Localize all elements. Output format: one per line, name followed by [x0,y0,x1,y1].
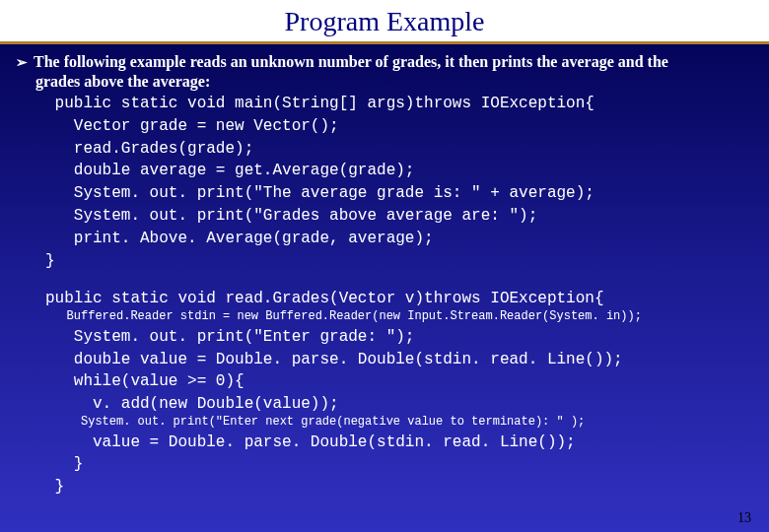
code-line: } [45,251,753,272]
code-line: System. out. print("Grades above average… [45,206,753,227]
slide-content: ➢ The following example reads an unknown… [0,44,769,498]
bullet-text-line1: The following example reads an unknown n… [34,52,668,72]
code-line: Vector grade = new Vector(); [45,116,753,137]
code-line: while(value >= 0){ [45,371,753,392]
code-line: v. add(new Double(value)); [45,394,753,415]
bullet-item: ➢ The following example reads an unknown… [16,52,753,72]
page-number: 13 [737,510,751,526]
code-line: System. out. print("Enter grade: "); [45,327,753,348]
code-line: read.Grades(grade); [45,139,753,160]
code-line: double value = Double. parse. Double(std… [45,350,753,370]
code-block-2: public static void read.Grades(Vector v)… [45,289,753,498]
code-line: System. out. print("Enter next grade(neg… [45,415,753,431]
arrow-right-icon: ➢ [16,54,28,72]
code-line: double average = get.Average(grade); [45,161,753,181]
code-line: Buffered.Reader stdin = new Buffered.Rea… [45,309,753,325]
code-line: value = Double. parse. Double(stdin. rea… [45,432,753,453]
code-line: print. Above. Average(grade, average); [45,229,753,249]
bullet-text-line2: grades above the average: [35,72,753,92]
code-line: } [45,477,753,498]
title-bar: Program Example [0,0,769,44]
slide-title: Program Example [0,6,769,37]
code-line: public static void read.Grades(Vector v)… [45,289,753,309]
code-line: } [45,454,753,475]
code-line: public static void main(String[] args)th… [45,94,753,114]
code-line: System. out. print("The average grade is… [45,183,753,204]
